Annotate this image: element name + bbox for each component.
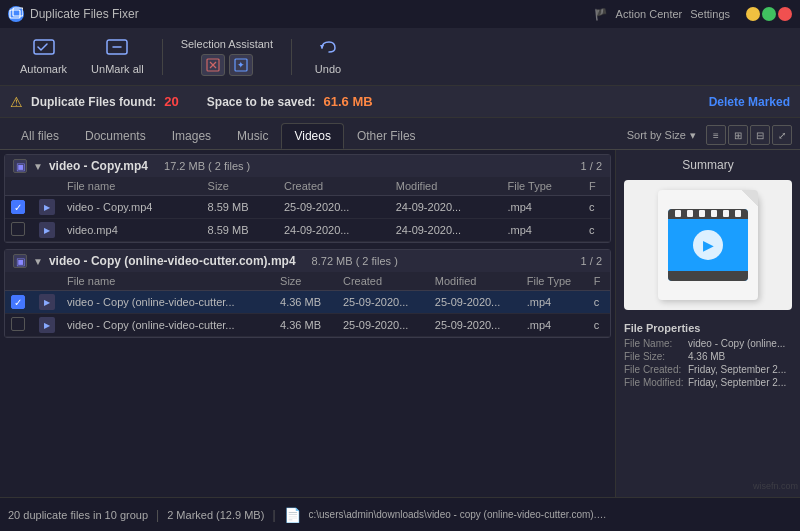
status-bar: 20 duplicate files in 10 group | 2 Marke…: [0, 497, 800, 531]
sa-icon-1[interactable]: [201, 54, 225, 76]
sort-control: Sort by Size ▾ ≡ ⊞ ⊟ ⤢: [627, 125, 792, 149]
automark-button[interactable]: Automark: [10, 34, 77, 79]
group-2-checkbox[interactable]: ▣: [13, 254, 27, 268]
watermark: wisefn.com: [753, 481, 798, 491]
film-hole: [687, 210, 693, 217]
file-size: 8.59 MB: [202, 219, 278, 242]
minimize-button[interactable]: [746, 7, 760, 21]
maximize-button[interactable]: [762, 7, 776, 21]
sa-icon-2[interactable]: ✦: [229, 54, 253, 76]
group-1-header[interactable]: ▣ ▼ video - Copy.mp4 17.2 MB ( 2 files )…: [5, 155, 610, 177]
close-button[interactable]: [778, 7, 792, 21]
flag-icon: 🏴: [594, 8, 608, 21]
film-hole: [675, 273, 681, 280]
file-type: .mp4: [521, 314, 588, 337]
table-row[interactable]: ✓ ▶ video - Copy (online-video-cutter...…: [5, 291, 610, 314]
svg-text:✦: ✦: [237, 60, 245, 70]
row-checkbox[interactable]: ✓: [11, 200, 25, 214]
prop-modified-value: Friday, September 2...: [688, 377, 786, 388]
file-properties: File Properties File Name: video - Copy …: [624, 322, 792, 390]
expand-view-button[interactable]: ⤢: [772, 125, 792, 145]
row-checkbox[interactable]: ✓: [11, 295, 25, 309]
tab-videos[interactable]: Videos: [281, 123, 343, 149]
tab-other-files[interactable]: Other Files: [344, 123, 429, 149]
alert-bar: ⚠ Duplicate Files found: 20 Space to be …: [0, 86, 800, 118]
col-size: Size: [274, 272, 337, 291]
table-row[interactable]: ▶ video.mp4 8.59 MB 24-09-2020... 24-09-…: [5, 219, 610, 242]
group-1-title: video - Copy.mp4: [49, 159, 148, 173]
row-checkbox[interactable]: [11, 222, 25, 236]
tab-documents[interactable]: Documents: [72, 123, 159, 149]
file-modified: 25-09-2020...: [429, 291, 521, 314]
action-center-link[interactable]: Action Center: [616, 8, 683, 20]
automark-label: Automark: [20, 63, 67, 75]
warning-icon: ⚠: [10, 94, 23, 110]
col-check: [5, 177, 31, 196]
unmark-label: UnMark all: [91, 63, 144, 75]
space-text: Space to be saved:: [207, 95, 316, 109]
film-hole: [687, 273, 693, 280]
list-view-button[interactable]: ≡: [706, 125, 726, 145]
tile-view-button[interactable]: ⊟: [750, 125, 770, 145]
group-1: ▣ ▼ video - Copy.mp4 17.2 MB ( 2 files )…: [4, 154, 611, 243]
row-checkbox[interactable]: [11, 317, 25, 331]
settings-link[interactable]: Settings: [690, 8, 730, 20]
group-1-checkbox[interactable]: ▣: [13, 159, 27, 173]
file-list[interactable]: ▣ ▼ video - Copy.mp4 17.2 MB ( 2 files )…: [0, 150, 615, 497]
film-hole: [723, 273, 729, 280]
app-title: Duplicate Files Fixer: [30, 7, 588, 21]
row-play-button[interactable]: ▶: [39, 294, 55, 310]
group-1-arrow-icon: ▼: [33, 161, 43, 172]
undo-button[interactable]: Undo: [300, 34, 356, 79]
grid-view-button[interactable]: ⊞: [728, 125, 748, 145]
row-play-button[interactable]: ▶: [39, 199, 55, 215]
prop-filename-label: File Name:: [624, 338, 684, 349]
film-holes-bottom: [668, 273, 748, 280]
group-1-table: File name Size Created Modified File Typ…: [5, 177, 610, 242]
svg-rect-1: [13, 8, 23, 16]
toolbar-separator-2: [291, 39, 292, 75]
row-play-button[interactable]: ▶: [39, 317, 55, 333]
alert-text: Duplicate Files found:: [31, 95, 156, 109]
file-type: .mp4: [521, 291, 588, 314]
status-files-text: 20 duplicate files in 10 group: [8, 509, 148, 521]
film-holes-top: [668, 210, 748, 217]
status-separator-2: |: [272, 508, 275, 522]
col-filename: File name: [61, 177, 202, 196]
col-type: File Type: [501, 177, 582, 196]
group-2-header[interactable]: ▣ ▼ video - Copy (online-video-cutter.co…: [5, 250, 610, 272]
file-name: video.mp4: [61, 219, 202, 242]
prop-modified-row: File Modified: Friday, September 2...: [624, 377, 792, 388]
file-created: 25-09-2020...: [337, 291, 429, 314]
file-name: video - Copy (online-video-cutter...: [61, 314, 274, 337]
space-value: 61.6 MB: [324, 94, 373, 109]
file-type: .mp4: [501, 196, 582, 219]
table-row[interactable]: ▶ video - Copy (online-video-cutter... 4…: [5, 314, 610, 337]
svg-rect-0: [10, 10, 20, 18]
file-type: .mp4: [501, 219, 582, 242]
tab-all-files[interactable]: All files: [8, 123, 72, 149]
row-play-button[interactable]: ▶: [39, 222, 55, 238]
view-icons: ≡ ⊞ ⊟ ⤢: [706, 125, 792, 145]
file-name: video - Copy (online-video-cutter...: [61, 291, 274, 314]
table-row[interactable]: ✓ ▶ video - Copy.mp4 8.59 MB 25-09-2020.…: [5, 196, 610, 219]
col-play: [31, 272, 61, 291]
delete-marked-link[interactable]: Delete Marked: [709, 95, 790, 109]
col-f: F: [588, 272, 610, 291]
tab-music[interactable]: Music: [224, 123, 281, 149]
file-properties-title: File Properties: [624, 322, 792, 334]
undo-label: Undo: [315, 63, 341, 75]
file-name: video - Copy.mp4: [61, 196, 202, 219]
col-play: [31, 177, 61, 196]
file-modified: 24-09-2020...: [390, 219, 502, 242]
prop-filesize-row: File Size: 4.36 MB: [624, 351, 792, 362]
unmark-all-button[interactable]: UnMark all: [81, 34, 154, 79]
prop-filesize-label: File Size:: [624, 351, 684, 362]
selection-assistant-label: Selection Assistant: [181, 38, 273, 50]
tab-images[interactable]: Images: [159, 123, 224, 149]
prop-created-value: Friday, September 2...: [688, 364, 786, 375]
status-file-icon: 📄: [284, 507, 301, 523]
selection-assistant-icons: ✦: [201, 54, 253, 76]
group-1-size: 17.2 MB ( 2 files ): [164, 160, 250, 172]
app-icon: [8, 6, 24, 22]
